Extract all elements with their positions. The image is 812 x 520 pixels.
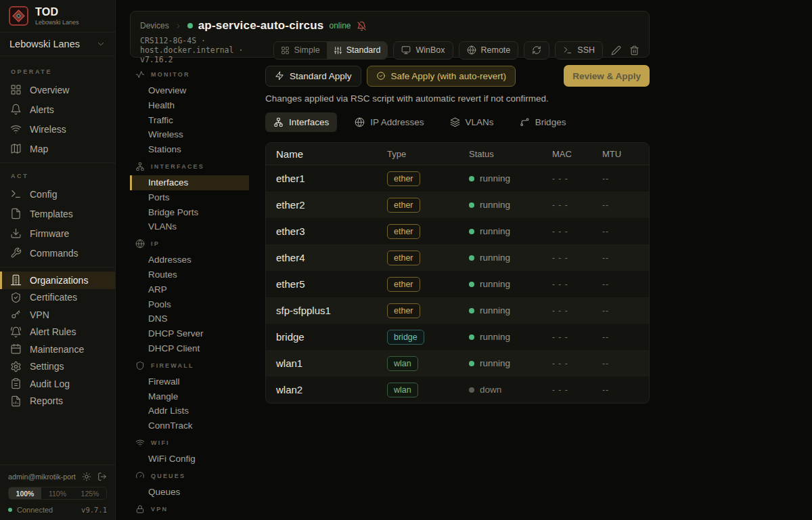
sidebar-item-icon xyxy=(10,343,22,355)
tree-item[interactable]: VLANs xyxy=(130,219,249,234)
interfaces-table: Name Type Status MAC MTU ether1 ether xyxy=(265,142,650,404)
sidebar-item[interactable]: Wireless xyxy=(0,119,115,139)
sidebar-item-label: Alerts xyxy=(30,104,54,115)
tree-item[interactable]: ConnTrack xyxy=(130,418,249,433)
tree-item[interactable]: Pools xyxy=(130,297,249,312)
sidebar-item[interactable]: Certificates xyxy=(0,289,115,307)
edit-pencil-icon[interactable] xyxy=(611,45,621,56)
content-tab[interactable]: Interfaces xyxy=(265,112,337,132)
sidebar-item-label: Organizations xyxy=(30,275,88,286)
breadcrumb-devices[interactable]: Devices xyxy=(140,21,169,30)
type-badge: wlan xyxy=(387,383,418,397)
ui-zoom-option[interactable]: 125% xyxy=(74,488,106,499)
sidebar-footer: admin@mikrotik-portal.dev 100% 110% 125%… xyxy=(0,464,115,520)
standard-apply-button[interactable]: Standard Apply xyxy=(265,66,361,87)
table-row[interactable]: bridge bridge running - - - xyxy=(266,324,649,350)
tree-item[interactable]: Addr Lists xyxy=(130,404,249,418)
sidebar-item[interactable]: Reports xyxy=(0,393,115,410)
table-row[interactable]: ether2 ether running - - - xyxy=(266,192,649,218)
sidebar-item[interactable]: Templates xyxy=(0,204,115,223)
status-label: running xyxy=(480,358,510,368)
tree-item[interactable]: Routes xyxy=(130,267,249,282)
theme-toggle-sun-icon[interactable] xyxy=(82,472,91,481)
sidebar-item[interactable]: Map xyxy=(0,139,115,158)
logout-icon[interactable] xyxy=(97,472,107,481)
table-row[interactable]: sfp-sfpplus1 ether running - - - xyxy=(266,297,649,324)
sidebar-item-icon xyxy=(10,104,22,115)
view-toggle-simple[interactable]: Simple xyxy=(274,42,326,59)
tree-item[interactable]: Addresses xyxy=(130,253,249,267)
ui-zoom-option[interactable]: 110% xyxy=(41,488,74,499)
content-tab[interactable]: IP Addresses xyxy=(346,112,432,132)
refresh-button[interactable] xyxy=(524,41,549,60)
interface-name: wlan2 xyxy=(266,384,377,395)
delete-trash-icon[interactable] xyxy=(629,45,639,56)
view-toggle-standard[interactable]: Standard xyxy=(327,42,388,59)
bell-off-icon[interactable] xyxy=(357,21,367,31)
ssh-button[interactable]: SSH xyxy=(555,41,603,60)
tree-item[interactable]: Ports xyxy=(130,190,249,205)
sidebar-item-icon xyxy=(10,228,22,239)
sidebar-item[interactable]: Firmware xyxy=(0,223,115,243)
org-selector[interactable]: Lebowski Lanes xyxy=(0,32,115,56)
tree-item[interactable]: ARP xyxy=(130,282,249,297)
status-indicator: running xyxy=(469,332,542,342)
tree-item[interactable]: Traffic xyxy=(130,113,249,128)
content-tab[interactable]: VLANs xyxy=(442,112,502,132)
sidebar-item[interactable]: Settings xyxy=(0,358,115,376)
review-apply-button[interactable]: Review & Apply xyxy=(564,65,650,87)
status-dot xyxy=(469,308,474,313)
tree-item[interactable]: PPP xyxy=(130,518,249,520)
tree-item[interactable]: Overview xyxy=(130,83,249,98)
content-area: Devices ap-service-auto-circus online CR… xyxy=(116,0,812,520)
table-row[interactable]: ether1 ether running - - - xyxy=(266,165,649,192)
winbox-button[interactable]: WinBox xyxy=(393,41,453,60)
sidebar-item-icon xyxy=(10,292,22,303)
tree-item[interactable]: Mangle xyxy=(130,389,249,404)
table-row[interactable]: ether5 ether running - - - xyxy=(266,271,649,297)
table-row[interactable]: wlan1 wlan running - - - xyxy=(266,350,649,376)
tree-item[interactable]: Interfaces xyxy=(130,175,249,190)
sidebar-item[interactable]: VPN xyxy=(0,306,115,324)
sidebar-item[interactable]: Alert Rules xyxy=(0,324,115,341)
tree-item[interactable]: Firewall xyxy=(130,374,249,389)
tree-item[interactable]: DHCP Client xyxy=(130,341,249,356)
type-badge: bridge xyxy=(387,330,424,345)
sidebar-item[interactable]: Maintenance xyxy=(0,341,115,358)
status-label: running xyxy=(480,173,510,183)
sidebar-item-label: Certificates xyxy=(30,292,77,303)
table-row[interactable]: ether4 ether running - - - xyxy=(266,244,649,271)
tree-item[interactable]: Wireless xyxy=(130,127,249,142)
content-tab[interactable]: Bridges xyxy=(512,112,574,132)
sidebar-item[interactable]: Config xyxy=(0,184,115,204)
shield-icon xyxy=(135,361,145,370)
interface-name: ether3 xyxy=(266,225,377,237)
lock-icon xyxy=(135,504,145,514)
safe-apply-button[interactable]: Safe Apply (with auto-revert) xyxy=(367,66,516,87)
tree-item[interactable]: DHCP Server xyxy=(130,326,249,341)
tree-item[interactable]: Health xyxy=(130,98,249,113)
sidebar-item[interactable]: Organizations xyxy=(0,272,115,289)
tree-item[interactable]: Stations xyxy=(130,142,249,157)
mac-value: - - - xyxy=(542,332,592,342)
tree-item[interactable]: WiFi Config xyxy=(130,452,249,467)
ui-zoom-option[interactable]: 100% xyxy=(9,488,41,499)
sidebar-item[interactable]: Alerts xyxy=(0,100,115,119)
tree-item[interactable]: Bridge Ports xyxy=(130,205,249,220)
table-row[interactable]: wlan2 wlan down - - - -- xyxy=(266,376,649,403)
tree-item[interactable]: Queues xyxy=(130,485,249,500)
activity-icon xyxy=(135,70,145,79)
remote-button[interactable]: Remote xyxy=(459,41,519,60)
sidebar-item[interactable]: Overview xyxy=(0,80,115,100)
interface-name: ether5 xyxy=(266,278,377,290)
tree-item[interactable]: DNS xyxy=(130,311,249,326)
type-badge: ether xyxy=(387,303,420,318)
status-indicator: running xyxy=(469,200,542,210)
sidebar-item[interactable]: Audit Log xyxy=(0,375,115,393)
mtu-value: -- xyxy=(592,253,649,263)
mtu-value: -- xyxy=(592,359,649,368)
sidebar-item[interactable]: Commands xyxy=(0,243,115,263)
sidebar-item-icon xyxy=(10,309,22,320)
zap-icon xyxy=(275,71,284,81)
table-row[interactable]: ether3 ether running - - - xyxy=(266,218,649,244)
